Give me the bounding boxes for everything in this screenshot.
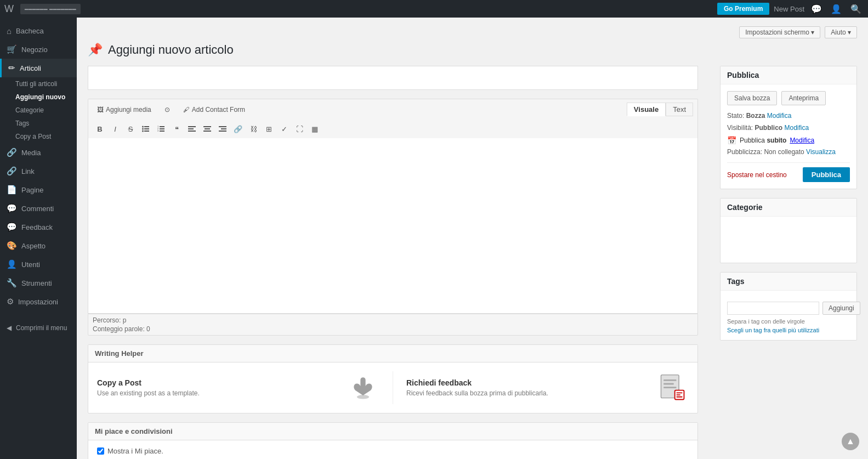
svg-rect-24 (663, 383, 674, 385)
visuale-tab[interactable]: Visuale (627, 103, 666, 116)
fullscreen-button[interactable]: ⛶ (292, 122, 307, 136)
new-post-button[interactable]: New Post (774, 5, 804, 13)
pubblica-box-body: Salva bozza Anteprima Stato: Bozza Modif… (721, 84, 856, 189)
mi-piace-content: Mostra i Mi piace. Mostra i pulsanti di … (88, 440, 697, 459)
editor-content[interactable] (88, 138, 697, 303)
impostazioni-schermo-button[interactable]: Impostazioni schermo ▾ (739, 26, 820, 38)
svg-rect-17 (203, 131, 211, 132)
feedback-helper-title: Richiedi feedback (406, 378, 548, 387)
tags-input[interactable] (727, 302, 819, 315)
preview-button[interactable]: Anteprima (781, 91, 826, 105)
sidebar-item-commenti[interactable]: 💬 Commenti (0, 199, 77, 218)
sidebar-item-label: Aspetto (21, 242, 46, 250)
post-title-input[interactable] (88, 66, 698, 90)
wp-logo[interactable]: W (4, 3, 14, 15)
editor-footer: Percorso: p Conteggio parole: 0 (88, 314, 698, 336)
format-toolbar: B I S 123 ❝ (88, 120, 698, 138)
align-left-button[interactable] (185, 122, 199, 136)
go-premium-button[interactable]: Go Premium (717, 3, 769, 15)
svg-rect-14 (188, 131, 196, 132)
cf7-icon-button[interactable]: ⊙ (160, 104, 174, 116)
sidebar-item-pagine[interactable]: 📄 Pagine (0, 180, 77, 199)
utenti-icon: 👤 (7, 259, 17, 269)
media-upload-icon: 🖼 (97, 106, 104, 114)
svg-text:3: 3 (157, 129, 159, 132)
sidebar-item-aspetto[interactable]: 🎨 Aspetto (0, 236, 77, 255)
link-button[interactable]: 🔗 (231, 122, 245, 136)
spellcheck-button[interactable]: ✓ (277, 122, 291, 136)
strumenti-icon: 🔧 (7, 278, 17, 288)
sidebar-item-feedback[interactable]: 💬 Feedback (0, 218, 77, 236)
unordered-list-button[interactable] (139, 122, 153, 136)
svg-rect-12 (188, 126, 196, 127)
aiuto-button[interactable]: Aiuto ▾ (825, 26, 857, 38)
svg-rect-27 (676, 392, 682, 393)
sidebar-item-bacheca[interactable]: ⌂ Bacheca (0, 22, 77, 40)
insert-more-button[interactable]: ⊞ (262, 122, 276, 136)
submenu-tags[interactable]: Tags (0, 117, 77, 130)
publish-footer: Spostare nel cestino Pubblica (727, 162, 850, 182)
collapse-menu-button[interactable]: ◀ Comprimi il menu (0, 320, 77, 336)
main-content: Impostazioni schermo ▾ Aiuto ▾ 📌 Aggiung… (77, 18, 868, 459)
sidebar-item-label: Pagine (21, 186, 43, 194)
delete-post-button[interactable]: Spostare nel cestino (727, 171, 787, 179)
pubblicizza-link[interactable]: Visualizza (806, 148, 836, 156)
editor-area (88, 138, 698, 314)
sidebar-item-impostazioni[interactable]: ⚙ Impostazioni (0, 292, 77, 311)
media-icon: 🔗 (7, 148, 17, 157)
align-right-button[interactable] (215, 122, 230, 136)
mi-piace-checkbox[interactable] (97, 447, 104, 455)
ordered-list-button[interactable]: 123 (154, 122, 168, 136)
collapse-label: Comprimi il menu (16, 324, 67, 332)
sidebar-item-label: Articoli (20, 64, 41, 72)
svg-rect-1 (144, 128, 149, 129)
sidebar-item-utenti[interactable]: 👤 Utenti (0, 255, 77, 274)
tags-box-body: Aggiungi Separa i tag con delle virgole … (721, 291, 856, 340)
bold-button[interactable]: B (93, 122, 107, 136)
italic-button[interactable]: I (108, 122, 122, 136)
blockquote-button[interactable]: ❝ (169, 122, 184, 136)
scroll-top-button[interactable]: ▲ (842, 433, 859, 450)
save-draft-button[interactable]: Salva bozza (727, 91, 777, 105)
unlink-button[interactable]: ⛓ (246, 122, 260, 136)
sidebar-item-articoli[interactable]: ✏ Articoli (0, 59, 77, 77)
svg-rect-15 (203, 126, 211, 127)
sidebar-item-link[interactable]: 🔗 Link (0, 162, 77, 180)
pubblica-subito-label: Pubblica subito (740, 137, 786, 144)
svg-rect-2 (144, 131, 149, 132)
submenu-aggiungi-nuovo[interactable]: Aggiungi nuovo (0, 90, 77, 104)
user-avatar-button[interactable]: 👤 (829, 4, 844, 14)
sidebar-item-strumenti[interactable]: 🔧 Strumenti (0, 274, 77, 292)
table-button[interactable]: ▦ (308, 122, 322, 136)
align-center-button[interactable] (200, 122, 214, 136)
site-name[interactable]: ━━━━━━ ━━━━━━━ (20, 4, 81, 14)
mi-piace-section: Mi piace e condivisioni Mostra i Mi piac… (88, 422, 698, 459)
add-contact-form-button[interactable]: 🖋 Add Contact Form (179, 104, 249, 116)
search-button[interactable]: 🔍 (848, 4, 864, 14)
svg-rect-6 (160, 126, 164, 127)
publish-actions: Salva bozza Anteprima (727, 91, 850, 105)
strikethrough-button[interactable]: S (123, 122, 138, 136)
svg-rect-19 (221, 128, 226, 129)
sidebar-item-media[interactable]: 🔗 Media (0, 143, 77, 162)
visibilita-link[interactable]: Modifica (785, 124, 809, 132)
pubblica-subito-link[interactable]: Modifica (790, 137, 814, 144)
page-title-wrap: 📌 Aggiungi nuovo articolo (88, 43, 857, 57)
submenu-tutti-articoli[interactable]: Tutti gli articoli (0, 77, 77, 90)
mi-piace-label: Mostra i Mi piace. (107, 447, 163, 455)
categorie-box: Categorie (720, 198, 857, 263)
helper-content: Copy a Post Use an existing post as a te… (88, 362, 697, 413)
stato-link[interactable]: Modifica (767, 112, 792, 120)
feedback-text: Richiedi feedback Ricevi feedback sulla … (406, 378, 548, 397)
sidebar-item-label: Strumenti (21, 279, 52, 287)
choose-tag-link[interactable]: Scegli un tag fra quelli più utilizzati (727, 327, 819, 333)
text-tab[interactable]: Text (666, 103, 693, 116)
add-tag-button[interactable]: Aggiungi (822, 302, 860, 315)
submenu-copy-a-post[interactable]: Copy a Post (0, 130, 77, 143)
notifications-button[interactable]: 💬 (809, 4, 824, 14)
submenu-categorie[interactable]: Categorie (0, 104, 77, 117)
publish-button[interactable]: Pubblica (803, 167, 850, 182)
svg-rect-29 (676, 396, 682, 398)
sidebar-item-negozio[interactable]: 🛒 Negozio (0, 40, 77, 59)
aggiungi-media-button[interactable]: 🖼 Aggiungi media (93, 104, 156, 116)
